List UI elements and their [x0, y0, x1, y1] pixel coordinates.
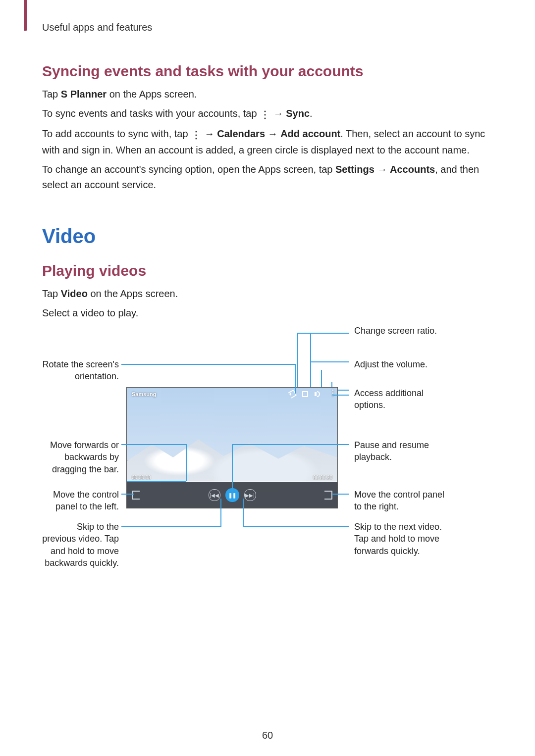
- heading-syncing: Syncing events and tasks with your accou…: [42, 63, 500, 80]
- text-bold: Accounts: [390, 164, 435, 175]
- callout-line: [121, 444, 186, 445]
- text: on the Apps screen.: [88, 288, 178, 299]
- text: →: [374, 164, 390, 175]
- text-bold: Add account: [280, 128, 340, 139]
- volume-icon[interactable]: [315, 391, 321, 398]
- callout-line: [295, 364, 296, 394]
- panel-left-icon[interactable]: [132, 491, 140, 500]
- player-video-title: Samsung: [130, 391, 157, 397]
- player-topbar: Samsung: [130, 391, 334, 398]
- callout-line: [220, 499, 221, 527]
- skip-next-button[interactable]: ▶▶|: [244, 489, 256, 501]
- body-text: Tap S Planner on the Apps screen.: [42, 87, 500, 102]
- callout-panel-left: Move the control panel to the left.: [42, 489, 119, 513]
- callout-line: [332, 494, 349, 495]
- callout-line: [243, 526, 349, 527]
- total-time: 00:00:20: [313, 475, 332, 480]
- text-bold: Calendars: [217, 128, 265, 139]
- more-options-icon: [191, 127, 202, 143]
- text-bold: Sync: [286, 108, 310, 119]
- callout-line: [186, 444, 187, 481]
- body-text: To sync events and tasks with your accou…: [42, 106, 500, 122]
- callout-line: [310, 361, 349, 362]
- callout-pause: Pause and resume playback.: [354, 439, 448, 463]
- skip-previous-button[interactable]: |◀◀: [209, 489, 220, 501]
- callout-options: Access additional options.: [354, 387, 448, 411]
- callout-rotate: Rotate the screen's orientation.: [42, 358, 119, 383]
- text: .: [310, 108, 313, 119]
- body-text: Tap Video on the Apps screen.: [42, 286, 500, 302]
- callout-panel-right: Move the control panel to the right.: [354, 489, 448, 513]
- more-options-icon[interactable]: [327, 391, 334, 398]
- callout-volume: Adjust the volume.: [354, 358, 428, 370]
- callout-line: [243, 499, 244, 527]
- text: →: [202, 128, 217, 139]
- callout-line: [121, 364, 295, 365]
- callout-line: [297, 333, 349, 334]
- text: →: [265, 128, 280, 139]
- player-topbar-icons: [289, 391, 334, 398]
- callout-line: [332, 395, 349, 396]
- callout-skip-prev: Skip to the previous video. Tap and hold…: [42, 521, 119, 569]
- callout-ratio: Change screen ratio.: [354, 325, 437, 337]
- text: →: [270, 108, 286, 119]
- more-options-icon: [260, 107, 270, 122]
- text-bold: Video: [61, 288, 88, 299]
- callout-line: [297, 333, 298, 395]
- text: Tap: [42, 288, 61, 299]
- page-number: 60: [0, 730, 535, 741]
- callout-line: [232, 444, 338, 445]
- running-header: Useful apps and features: [42, 20, 500, 35]
- text-bold: S Planner: [61, 89, 107, 100]
- text: To sync events and tasks with your accou…: [42, 108, 260, 119]
- callout-seek: Move forwards or backwards by dragging t…: [37, 439, 119, 475]
- callout-skip-next: Skip to the next video. Tap and hold to …: [354, 521, 448, 557]
- body-text: Select a video to play.: [42, 305, 500, 321]
- text-bold: Settings: [335, 164, 374, 175]
- chapter-tab: [24, 0, 27, 31]
- body-text: To add accounts to sync with, tap → Cale…: [42, 126, 500, 158]
- text: To add accounts to sync with, tap: [42, 128, 191, 139]
- body-text: To change an account's syncing option, o…: [42, 162, 500, 193]
- callout-line: [310, 333, 311, 357]
- panel-right-icon[interactable]: [324, 491, 332, 500]
- heading-playing-videos: Playing videos: [42, 262, 500, 279]
- callout-line: [232, 444, 233, 498]
- text: on the Apps screen.: [107, 89, 197, 100]
- elapsed-time: 00:00:03: [132, 475, 151, 480]
- callout-line: [121, 494, 134, 495]
- text: To change an account's syncing option, o…: [42, 164, 335, 175]
- callout-line: [338, 444, 349, 445]
- callout-line: [121, 526, 220, 527]
- heading-video: Video: [42, 225, 500, 248]
- text: Tap: [42, 89, 61, 100]
- video-player-diagram: Samsung 00:00:03 00:00:20 |◀◀ ❚❚ ▶▶|: [42, 333, 503, 600]
- screen-ratio-icon[interactable]: [302, 391, 309, 398]
